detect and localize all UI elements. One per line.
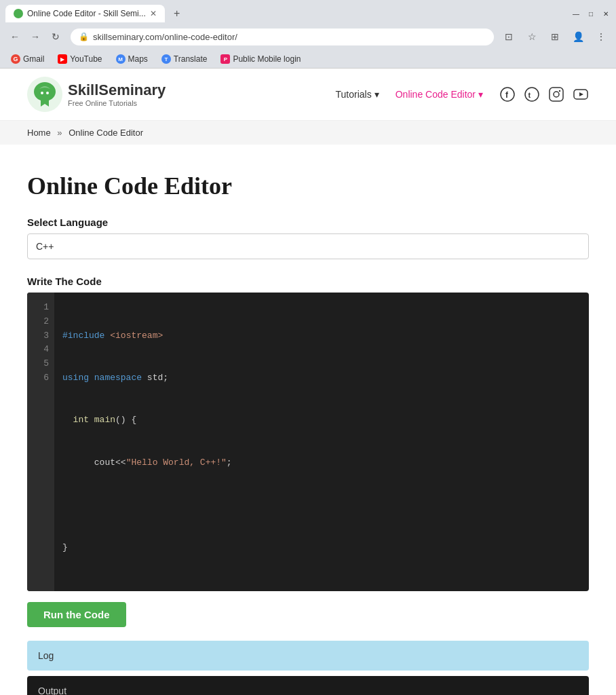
line-num-2: 2 <box>33 315 49 329</box>
website-content: SkillSeminary Free Online Tutorials Tuto… <box>0 69 616 695</box>
bookmark-maps-label: Maps <box>128 54 148 64</box>
forward-button[interactable]: → <box>26 27 45 46</box>
minimize-button[interactable]: — <box>571 9 581 18</box>
tab-close-button[interactable]: ✕ <box>150 9 157 18</box>
extensions-button[interactable]: ⊞ <box>545 27 564 46</box>
code-line-4: cout<<"Hello World, C++!"; <box>62 456 581 470</box>
bookmark-youtube[interactable]: ▶ YouTube <box>52 53 107 65</box>
line-num-1: 1 <box>33 301 49 315</box>
social-icons: f t <box>499 86 589 102</box>
svg-point-6 <box>525 88 539 101</box>
nav-code-editor[interactable]: Online Code Editor ▾ <box>396 89 483 100</box>
bookmark-public-mobile[interactable]: P Public Mobile login <box>215 53 306 65</box>
logo-text: SkillSeminary Free Online Tutorials <box>68 81 166 107</box>
nav-tutorials[interactable]: Tutorials ▾ <box>336 89 379 100</box>
url-text: skillseminary.com/online-code-editor/ <box>93 32 486 42</box>
language-select[interactable]: C++ <box>27 233 589 259</box>
youtube-social-icon[interactable] <box>573 86 589 102</box>
bookmark-gmail[interactable]: G Gmail <box>5 53 50 65</box>
code-line-2: using namespace std; <box>62 371 581 386</box>
code-line-3: int main() { <box>62 413 581 428</box>
svg-point-9 <box>554 92 559 97</box>
site-nav: Tutorials ▾ Online Code Editor ▾ f t <box>336 86 589 102</box>
run-code-button[interactable]: Run the Code <box>27 602 126 627</box>
main-content: Online Code Editor Select Language C++ W… <box>0 145 616 695</box>
cast-button[interactable]: ⊡ <box>499 27 518 46</box>
twitter-icon[interactable]: t <box>524 86 540 102</box>
bookmark-button[interactable]: ☆ <box>522 27 541 46</box>
site-header: SkillSeminary Free Online Tutorials Tuto… <box>0 69 616 121</box>
bookmark-translate[interactable]: T Translate <box>156 53 213 65</box>
bookmark-maps[interactable]: M Maps <box>111 53 153 65</box>
logo-tagline: Free Online Tutorials <box>68 99 166 107</box>
translate-icon: T <box>161 54 171 64</box>
logo-name: SkillSeminary <box>68 81 166 99</box>
code-line-6: } <box>62 541 581 555</box>
close-button[interactable]: ✕ <box>601 9 611 18</box>
tab-title: Online Code Editor - Skill Semi... <box>27 9 146 18</box>
output-label: Output <box>38 685 66 695</box>
svg-point-3 <box>46 92 49 94</box>
breadcrumb: Home » Online Code Editor <box>0 121 616 145</box>
address-bar[interactable]: 🔒 skillseminary.com/online-code-editor/ <box>71 29 494 45</box>
logo-icon <box>27 77 62 112</box>
breadcrumb-current: Online Code Editor <box>69 128 143 138</box>
facebook-icon[interactable]: f <box>499 86 516 102</box>
lock-icon: 🔒 <box>79 32 89 41</box>
breadcrumb-separator: » <box>57 128 62 138</box>
line-num-6: 6 <box>33 371 49 386</box>
svg-text:f: f <box>505 90 509 100</box>
instagram-icon[interactable] <box>548 86 564 102</box>
svg-marker-12 <box>579 92 583 96</box>
active-tab[interactable]: Online Code Editor - Skill Semi... ✕ <box>5 5 165 22</box>
gmail-icon: G <box>11 54 20 64</box>
menu-button[interactable]: ⋮ <box>592 27 611 46</box>
code-textarea[interactable]: #include <iostream> using namespace std;… <box>54 293 589 591</box>
line-num-5: 5 <box>33 357 49 371</box>
svg-point-0 <box>15 10 22 17</box>
page-title: Online Code Editor <box>27 172 589 200</box>
code-line-5 <box>62 498 581 512</box>
write-code-label: Write The Code <box>27 276 589 287</box>
svg-text:t: t <box>528 91 531 99</box>
public-mobile-icon: P <box>220 54 230 64</box>
bookmark-youtube-label: YouTube <box>70 54 102 64</box>
account-button[interactable]: 👤 <box>569 27 588 46</box>
new-tab-button[interactable]: + <box>168 4 187 23</box>
breadcrumb-home[interactable]: Home <box>27 128 51 138</box>
code-line-1: #include <iostream> <box>62 329 581 343</box>
code-editor[interactable]: 1 2 3 4 5 6 #include <iostream> using na… <box>27 293 589 591</box>
maximize-button[interactable]: □ <box>586 9 596 18</box>
tab-favicon <box>14 9 23 18</box>
logo-area[interactable]: SkillSeminary Free Online Tutorials <box>27 77 166 112</box>
refresh-button[interactable]: ↻ <box>46 27 65 46</box>
log-section: Log <box>27 641 589 671</box>
svg-point-2 <box>41 92 43 94</box>
select-language-label: Select Language <box>27 217 589 228</box>
line-num-4: 4 <box>33 343 49 357</box>
bookmarks-bar: G Gmail ▶ YouTube M Maps T Translate P <box>0 50 616 69</box>
log-label: Log <box>38 650 54 661</box>
bookmark-gmail-label: Gmail <box>23 54 44 64</box>
youtube-icon: ▶ <box>58 54 67 64</box>
maps-icon: M <box>116 54 126 64</box>
bookmark-public-mobile-label: Public Mobile login <box>233 54 301 64</box>
svg-rect-8 <box>550 88 563 101</box>
line-num-3: 3 <box>33 329 49 343</box>
output-section: Output <box>27 676 589 695</box>
bookmark-translate-label: Translate <box>174 54 208 64</box>
svg-point-10 <box>559 90 560 92</box>
back-button[interactable]: ← <box>5 27 24 46</box>
line-numbers: 1 2 3 4 5 6 <box>27 293 54 591</box>
